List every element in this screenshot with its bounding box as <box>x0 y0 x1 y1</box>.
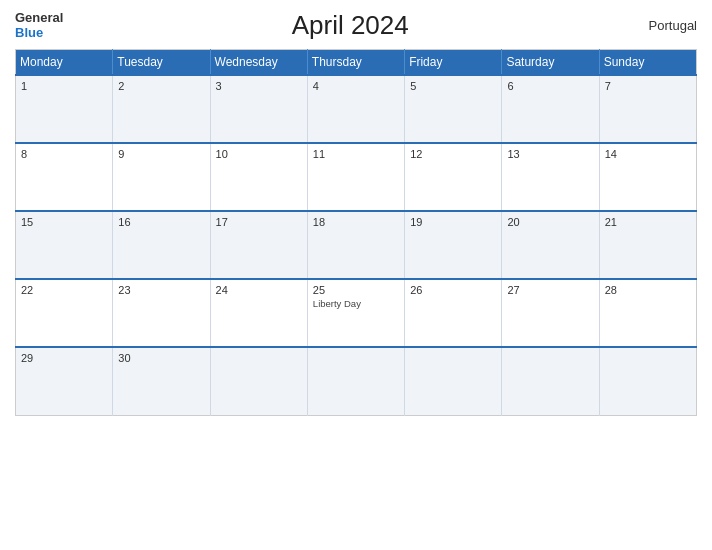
day-2: 2 <box>113 75 210 143</box>
day-17: 17 <box>210 211 307 279</box>
weekday-header-row: Monday Tuesday Wednesday Thursday Friday… <box>16 50 697 76</box>
day-19: 19 <box>405 211 502 279</box>
day-26: 26 <box>405 279 502 347</box>
week-3: 15 16 17 18 19 20 21 <box>16 211 697 279</box>
logo: General Blue <box>15 11 63 40</box>
day-28: 28 <box>599 279 696 347</box>
day-29: 29 <box>16 347 113 415</box>
col-thursday: Thursday <box>307 50 404 76</box>
day-1: 1 <box>16 75 113 143</box>
day-5: 5 <box>405 75 502 143</box>
day-10: 10 <box>210 143 307 211</box>
page-title: April 2024 <box>63 10 637 41</box>
col-tuesday: Tuesday <box>113 50 210 76</box>
day-25: 25 Liberty Day <box>307 279 404 347</box>
week-5: 29 30 <box>16 347 697 415</box>
day-12: 12 <box>405 143 502 211</box>
liberty-day-holiday: Liberty Day <box>313 298 399 309</box>
day-14: 14 <box>599 143 696 211</box>
week-4: 22 23 24 25 Liberty Day 26 27 28 <box>16 279 697 347</box>
day-23: 23 <box>113 279 210 347</box>
day-7: 7 <box>599 75 696 143</box>
col-sunday: Sunday <box>599 50 696 76</box>
calendar-page: General Blue April 2024 Portugal Monday … <box>0 0 712 550</box>
day-empty-5 <box>599 347 696 415</box>
day-11: 11 <box>307 143 404 211</box>
day-30: 30 <box>113 347 210 415</box>
day-empty-2 <box>307 347 404 415</box>
calendar-body: 1 2 3 4 5 6 7 8 9 10 11 12 13 14 15 16 <box>16 75 697 415</box>
col-monday: Monday <box>16 50 113 76</box>
col-saturday: Saturday <box>502 50 599 76</box>
day-4: 4 <box>307 75 404 143</box>
day-22: 22 <box>16 279 113 347</box>
logo-general-text: General <box>15 11 63 25</box>
day-15: 15 <box>16 211 113 279</box>
week-2: 8 9 10 11 12 13 14 <box>16 143 697 211</box>
day-21: 21 <box>599 211 696 279</box>
day-20: 20 <box>502 211 599 279</box>
day-6: 6 <box>502 75 599 143</box>
day-empty-4 <box>502 347 599 415</box>
day-13: 13 <box>502 143 599 211</box>
day-18: 18 <box>307 211 404 279</box>
day-empty-3 <box>405 347 502 415</box>
day-16: 16 <box>113 211 210 279</box>
day-24: 24 <box>210 279 307 347</box>
country-label: Portugal <box>637 18 697 33</box>
day-9: 9 <box>113 143 210 211</box>
day-8: 8 <box>16 143 113 211</box>
col-wednesday: Wednesday <box>210 50 307 76</box>
calendar-table: Monday Tuesday Wednesday Thursday Friday… <box>15 49 697 416</box>
day-empty-1 <box>210 347 307 415</box>
page-header: General Blue April 2024 Portugal <box>15 10 697 41</box>
week-1: 1 2 3 4 5 6 7 <box>16 75 697 143</box>
day-3: 3 <box>210 75 307 143</box>
calendar-header: Monday Tuesday Wednesday Thursday Friday… <box>16 50 697 76</box>
day-27: 27 <box>502 279 599 347</box>
col-friday: Friday <box>405 50 502 76</box>
logo-blue-text: Blue <box>15 26 63 40</box>
